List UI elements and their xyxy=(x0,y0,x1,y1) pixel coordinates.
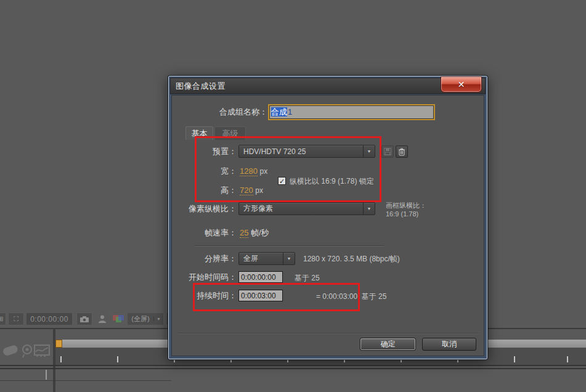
chevron-down-icon: ▼ xyxy=(283,253,295,264)
comp-name-rest-text: 1 xyxy=(287,107,292,116)
delete-preset-button[interactable] xyxy=(396,145,408,158)
button-row-divider xyxy=(178,333,479,334)
current-time-indicator[interactable] xyxy=(55,340,62,348)
timeline-left-line xyxy=(0,380,171,381)
tab-advanced[interactable]: 高级 xyxy=(214,126,246,140)
resolution-dropdown[interactable]: 全屏 ▼ xyxy=(238,252,295,265)
aspect-lock-label: 纵横比以 16:9 (1.78) 锁定 xyxy=(290,176,374,187)
magnification-value: (全屏) xyxy=(128,314,153,324)
grid-icon[interactable]: ⊞ xyxy=(0,312,6,325)
preset-label: 预置： xyxy=(172,146,237,157)
dialog-titlebar[interactable]: 图像合成设置 xyxy=(170,78,486,94)
save-preset-button xyxy=(381,145,394,158)
ruler-tick xyxy=(117,356,118,362)
frame-aspect-value: 16:9 (1.78) xyxy=(386,210,478,218)
close-icon: ✕ xyxy=(458,80,465,89)
width-value[interactable]: 1280 xyxy=(240,166,258,176)
resolution-label: 分辨率： xyxy=(172,253,237,264)
comp-name-input[interactable]: 合成1 xyxy=(269,105,434,119)
composition-settings-dialog: 图像合成设置 ✕ 合成组名称： 合成1 基本 高级 预置： HDV/HDTV 7… xyxy=(168,75,488,360)
frame-aspect-label: 画框纵横比： xyxy=(386,201,478,210)
height-unit: px xyxy=(255,186,263,195)
duration-info: = 0:00:03:00 基于 25 xyxy=(316,291,386,302)
pixel-aspect-dropdown[interactable]: 方形像素 ▼ xyxy=(238,202,375,215)
preset-value: HDV/HDTV 720 25 xyxy=(239,147,363,156)
screen: ⊞ ⛶ 0:00:00:00 (全屏) ▼ xyxy=(0,0,586,392)
height-value-row: 720 px xyxy=(240,185,263,196)
chevron-down-icon: ▼ xyxy=(363,203,375,214)
channel-colors-icon[interactable] xyxy=(111,312,126,325)
width-value-row: 1280 px xyxy=(240,166,267,177)
roi-icon[interactable]: ⛶ xyxy=(8,312,24,325)
ruler-tick xyxy=(514,356,515,362)
timeline-divider2 xyxy=(0,368,586,369)
preset-dropdown[interactable]: HDV/HDTV 720 25 ▼ xyxy=(238,145,375,158)
comp-name-label: 合成组名称： xyxy=(172,107,267,118)
pixel-aspect-value: 方形像素 xyxy=(239,203,363,214)
resolution-info: 1280 x 720. 3.5 MB (8bpc/帧) xyxy=(303,253,400,264)
dialog-body: 合成组名称： 合成1 基本 高级 预置： HDV/HDTV 720 25 ▼ xyxy=(171,95,484,356)
duration-input[interactable] xyxy=(238,290,283,301)
motion-blur-icon[interactable] xyxy=(20,344,34,361)
ruler-tick xyxy=(567,356,568,362)
toolbar-timecode[interactable]: 0:00:00:00 xyxy=(26,312,73,325)
comp-name-selected-text: 合成 xyxy=(271,107,287,116)
frame-rate-unit: 帧/秒 xyxy=(251,228,269,237)
cancel-button-label: 取消 xyxy=(442,339,457,349)
check-icon: ✓ xyxy=(279,178,285,185)
cancel-button[interactable]: 取消 xyxy=(422,338,476,351)
frame-rate-row: 25 帧/秒 xyxy=(240,227,269,239)
tab-basic-label: 基本 xyxy=(192,128,208,139)
timeline-divider xyxy=(0,365,586,366)
chevron-down-icon: ▼ xyxy=(363,145,375,157)
start-timecode-base: 基于 25 xyxy=(295,272,320,284)
ruler-tick xyxy=(60,356,62,362)
height-label: 高： xyxy=(172,185,237,196)
snapshot-camera-icon[interactable] xyxy=(76,312,92,325)
duration-base: 基于 25 xyxy=(362,292,387,301)
show-snapshot-icon[interactable] xyxy=(96,312,108,325)
ok-button[interactable]: 确定 xyxy=(360,338,416,351)
resolution-value: 全屏 xyxy=(239,253,283,264)
magnification-dropdown[interactable]: (全屏) ▼ xyxy=(127,312,164,325)
height-value[interactable]: 720 xyxy=(240,186,253,195)
width-unit: px xyxy=(260,167,268,176)
trash-icon xyxy=(398,148,405,156)
start-timecode-input[interactable] xyxy=(238,271,283,283)
chevron-down-icon: ▼ xyxy=(153,317,163,321)
section-divider xyxy=(195,245,384,247)
width-label: 宽： xyxy=(172,166,237,177)
graph-editor-icon[interactable] xyxy=(34,344,50,361)
duration-equals: = 0:00:03:00 xyxy=(316,292,357,301)
timeline-left-tick xyxy=(46,370,47,380)
pixel-aspect-label: 像素纵横比： xyxy=(172,203,237,214)
aspect-lock-checkbox[interactable]: ✓ xyxy=(278,177,286,185)
tab-basic[interactable]: 基本 xyxy=(185,126,213,140)
frame-blend-icon[interactable] xyxy=(2,344,19,361)
frame-rate-label: 帧速率： xyxy=(172,227,237,239)
dialog-title: 图像合成设置 xyxy=(171,81,226,92)
duration-label: 持续时间： xyxy=(172,290,237,301)
tab-advanced-label: 高级 xyxy=(222,128,238,139)
frame-aspect-info: 画框纵横比： 16:9 (1.78) xyxy=(386,201,478,218)
ok-button-label: 确定 xyxy=(381,339,396,349)
frame-rate-value[interactable]: 25 xyxy=(240,228,248,238)
floppy-icon xyxy=(384,148,391,155)
close-button[interactable]: ✕ xyxy=(441,76,482,92)
comp-panel-toolbar: ⊞ ⛶ 0:00:00:00 (全屏) ▼ xyxy=(0,312,171,327)
start-timecode-label: 开始时间码： xyxy=(172,272,237,283)
